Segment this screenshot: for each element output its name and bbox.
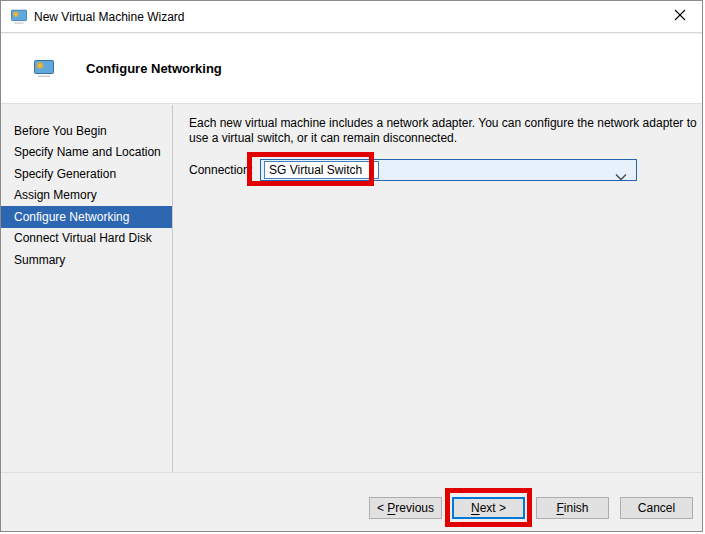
close-icon [674,9,686,24]
description-text: Each new virtual machine includes a netw… [189,116,701,145]
connection-dropdown[interactable]: SG Virtual Switch [260,159,637,181]
cancel-button[interactable]: Cancel [620,497,693,519]
chevron-down-icon [615,167,627,185]
new-vm-wizard-window: New Virtual Machine Wizard Conf [0,0,703,532]
finish-button[interactable]: Finish [536,497,609,519]
vm-wizard-icon [11,9,27,25]
titlebar: New Virtual Machine Wizard [1,1,702,33]
button-bar: < Previous Next > Finish Cancel [1,472,702,531]
sidebar-item-connect-virtual-hard-disk[interactable]: Connect Virtual Hard Disk [1,228,172,250]
wizard-steps-sidebar: Before You Begin Specify Name and Locati… [1,105,173,472]
sidebar-item-specify-name-and-location[interactable]: Specify Name and Location [1,142,172,164]
window-title: New Virtual Machine Wizard [34,10,185,24]
close-button[interactable] [657,1,702,32]
connection-row: Connection: SG Virtual Switch [189,159,702,181]
sidebar-item-configure-networking[interactable]: Configure Networking [1,206,172,228]
connection-label: Connection: [189,163,253,177]
wizard-body: Before You Begin Specify Name and Locati… [1,105,702,472]
sidebar-item-before-you-begin[interactable]: Before You Begin [1,120,172,142]
wizard-header: Configure Networking [1,34,702,104]
vm-wizard-icon [34,60,54,78]
next-button[interactable]: Next > [452,497,525,519]
sidebar-item-specify-generation[interactable]: Specify Generation [1,163,172,185]
page-content: Each new virtual machine includes a netw… [173,105,702,472]
previous-button[interactable]: < Previous [369,497,442,519]
connection-selected-value: SG Virtual Switch [264,161,379,179]
sidebar-item-assign-memory[interactable]: Assign Memory [1,185,172,207]
sidebar-item-summary[interactable]: Summary [1,249,172,271]
page-title: Configure Networking [86,61,222,76]
